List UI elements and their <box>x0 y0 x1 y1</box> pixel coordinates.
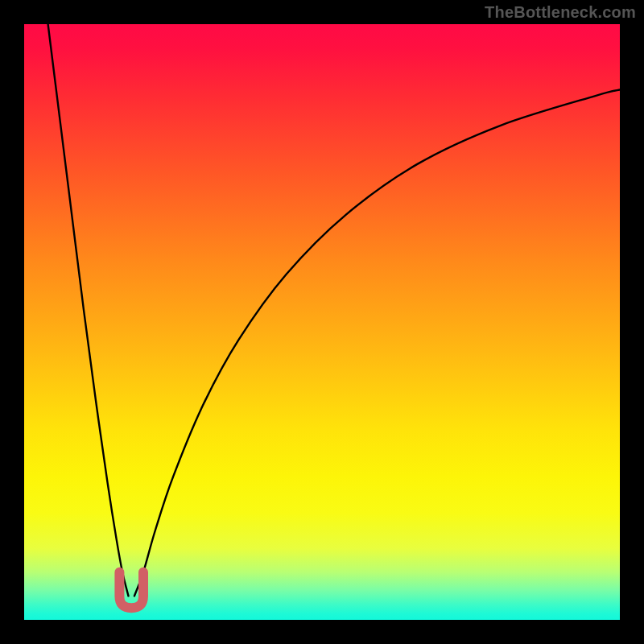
curve-layer <box>24 24 620 620</box>
chart-container: TheBottleneck.com <box>0 0 644 644</box>
attribution-text: TheBottleneck.com <box>485 3 636 22</box>
plot-area <box>24 24 620 620</box>
curve-right-branch <box>134 89 620 596</box>
minimum-marker <box>119 572 143 608</box>
curve-left-branch <box>48 24 129 596</box>
